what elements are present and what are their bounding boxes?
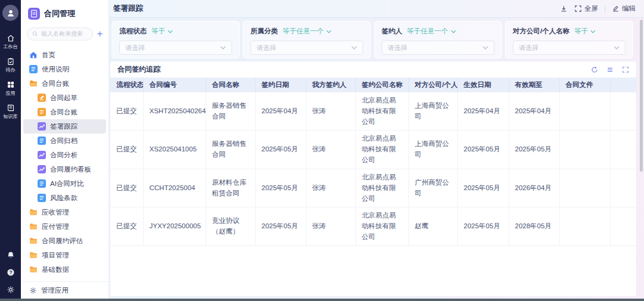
sidebar-item-label: 首页 bbox=[42, 51, 55, 60]
filter-select-0[interactable]: 请选择 bbox=[119, 41, 232, 55]
table-cell: 广州商贸公司 bbox=[408, 169, 457, 207]
filter-operator[interactable]: 等于任意一个 bbox=[283, 27, 332, 36]
doc-icon bbox=[38, 108, 46, 116]
column-header: 合同名称 bbox=[206, 77, 255, 92]
table-cell: 已提交 bbox=[110, 131, 143, 169]
bell-icon[interactable] bbox=[7, 251, 15, 259]
filter-select-1[interactable]: 请选择 bbox=[250, 41, 363, 55]
column-header: 流程状态 bbox=[110, 77, 143, 92]
sidebar-item-风险条款[interactable]: 风险条款 bbox=[23, 191, 106, 205]
sidebar-item-合同起草[interactable]: 合同起草 bbox=[23, 91, 106, 105]
list-icon[interactable] bbox=[606, 66, 614, 73]
folder-icon bbox=[29, 251, 38, 259]
table-cell: 张涛 bbox=[306, 131, 355, 169]
sidebar-item-AI合同对比[interactable]: AI合同对比 bbox=[23, 176, 106, 191]
chart-icon bbox=[38, 151, 46, 159]
sidebar-item-合同履约看板[interactable]: 合同履约看板 bbox=[23, 162, 106, 176]
gear-icon[interactable] bbox=[7, 286, 15, 294]
sidebar-item-应付管理[interactable]: 应付管理 bbox=[23, 219, 106, 234]
filter-operator[interactable]: 等于任意一个 bbox=[407, 27, 456, 36]
table-card-header: 合同签约追踪 bbox=[110, 61, 636, 77]
sidebar-item-应收管理[interactable]: 应收管理 bbox=[23, 205, 106, 219]
edit-button[interactable]: 编辑 bbox=[612, 4, 636, 13]
download-icon[interactable] bbox=[560, 5, 568, 13]
expand-icon[interactable] bbox=[622, 66, 629, 73]
folder-icon bbox=[29, 265, 38, 274]
column-header: 有效期至 bbox=[509, 77, 559, 92]
svg-text:?: ? bbox=[9, 269, 12, 275]
table-row[interactable]: 已提交XS2025041005服务器销售合同2025年05月张涛北京易点易动科技… bbox=[110, 131, 636, 169]
home-line-icon bbox=[7, 34, 15, 42]
sidebar-item-合同履约评估[interactable]: 合同履约评估 bbox=[23, 234, 106, 248]
rail-item-2[interactable]: 应用 bbox=[6, 80, 16, 97]
column-header: 生效日期 bbox=[457, 77, 509, 92]
avatar[interactable] bbox=[2, 5, 18, 21]
sidebar-item-label: AI合同对比 bbox=[50, 179, 84, 188]
table-cell: 2028年05月 bbox=[509, 207, 559, 246]
page-title: 签署跟踪 bbox=[113, 4, 143, 14]
contract-table-card: 合同签约追踪 流程状态合同编号合同名称签约日期我方签约人签约公司名称对方公司/个… bbox=[110, 61, 636, 296]
search-placeholder: 输入名称来搜索 bbox=[41, 30, 83, 38]
vertical-scrollbar[interactable] bbox=[640, 20, 643, 172]
table-cell: 2025年05月 bbox=[457, 169, 509, 207]
table-row[interactable]: 已提交XSHT202504026445服务器销售合同2025年04月张涛北京易点… bbox=[110, 92, 636, 131]
filter-row: 流程状态 等于 请选择 所属分类 等于任意一个 请选择 签约人 等于任意一个 bbox=[112, 21, 633, 58]
table-cell: 竞业协议（赵鹰） bbox=[206, 207, 255, 246]
rail-item-3[interactable]: 知识库 bbox=[4, 104, 18, 120]
table-cell: 服务器销售合同 bbox=[206, 92, 255, 131]
table-cell: 2025年05月 bbox=[255, 169, 306, 207]
filter-select-2[interactable]: 请选择 bbox=[382, 41, 494, 55]
sidebar-item-合同归档[interactable]: 合同归档 bbox=[23, 134, 106, 148]
filter-operator[interactable]: 等于 bbox=[151, 27, 173, 36]
search-input[interactable]: 输入名称来搜索 bbox=[27, 27, 93, 41]
sidebar: 合同管理 输入名称来搜索 + 首页 使用说明 合同台账 合同起草 合同台账 签署… bbox=[21, 0, 109, 301]
table-cell: XSHT202504026445 bbox=[143, 92, 206, 131]
bottom-edge bbox=[0, 299, 644, 301]
sidebar-item-label: 合同履约评估 bbox=[42, 237, 83, 246]
add-button[interactable]: + bbox=[97, 29, 104, 39]
sidebar-item-label: 合同分析 bbox=[50, 151, 78, 160]
doc-icon bbox=[38, 194, 46, 202]
table-row[interactable]: 已提交CCHT2025004原材料仓库租赁合同2025年05月张涛北京易点易动科… bbox=[110, 169, 636, 207]
table-cell: 2025年05月 bbox=[255, 131, 306, 169]
table-cell: 张涛 bbox=[306, 207, 355, 246]
refresh-icon[interactable] bbox=[591, 66, 598, 73]
sidebar-item-合同分析[interactable]: 合同分析 bbox=[23, 148, 106, 162]
table-cell: 张涛 bbox=[306, 92, 355, 131]
rail-item-1[interactable]: 待办 bbox=[6, 57, 16, 73]
table-cell: 已提交 bbox=[110, 169, 143, 207]
help-icon[interactable]: ? bbox=[7, 268, 15, 277]
filter-operator[interactable]: 等于 bbox=[574, 27, 596, 36]
sidebar-item-签署跟踪[interactable]: 签署跟踪 bbox=[23, 119, 106, 134]
sidebar-item-label: 应收管理 bbox=[42, 208, 69, 217]
sidebar-item-首页[interactable]: 首页 bbox=[23, 48, 106, 62]
grid-icon bbox=[7, 80, 15, 89]
fullscreen-button[interactable]: 全屏 bbox=[574, 4, 598, 13]
table-cell: 2025年05月 bbox=[457, 131, 509, 169]
filter-card-1: 所属分类 等于任意一个 请选择 bbox=[243, 21, 371, 58]
table-cell: 2025年04月 bbox=[255, 92, 306, 131]
filter-label: 所属分类 bbox=[250, 27, 278, 36]
sidebar-item-基础数据[interactable]: 基础数据 bbox=[23, 262, 106, 277]
home-icon bbox=[29, 51, 38, 59]
filter-select-3[interactable]: 请选择 bbox=[513, 41, 626, 55]
sidebar-item-合同台账[interactable]: 合同台账 bbox=[23, 76, 106, 91]
sidebar-item-项目管理[interactable]: 项目管理 bbox=[23, 248, 106, 262]
rail-item-0[interactable]: 工作台 bbox=[4, 34, 18, 50]
gear-icon bbox=[29, 287, 37, 294]
table-cell: 2025年05月 bbox=[509, 131, 559, 169]
sidebar-item-label: 使用说明 bbox=[42, 65, 69, 74]
table-cell: 上海商贸公司 bbox=[408, 131, 457, 169]
sidebar-item-label: 应付管理 bbox=[42, 222, 69, 231]
sidebar-item-label: 合同起草 bbox=[50, 94, 78, 103]
sidebar-item-使用说明[interactable]: 使用说明 bbox=[23, 62, 106, 76]
chart-icon bbox=[38, 165, 46, 173]
column-header: 我方签约人 bbox=[306, 77, 355, 92]
table-cell: 已提交 bbox=[110, 207, 143, 246]
chevron-down-icon bbox=[482, 46, 488, 49]
chevron-down-icon bbox=[351, 46, 357, 49]
sidebar-item-合同台账[interactable]: 合同台账 bbox=[23, 105, 106, 119]
table-row[interactable]: 已提交JYXY202500005竞业协议（赵鹰）2025年05月张涛北京易点易动… bbox=[110, 207, 636, 246]
rail-item-label: 知识库 bbox=[4, 113, 18, 120]
table-cell: 2025年04月 bbox=[509, 92, 559, 131]
